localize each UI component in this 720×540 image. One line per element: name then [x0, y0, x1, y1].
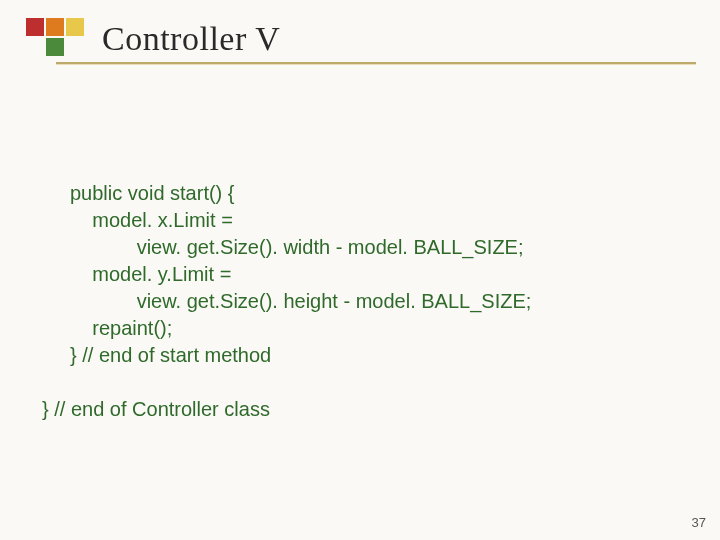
- square-red-icon: [26, 18, 44, 36]
- code-line: view. get.Size(). height - model. BALL_S…: [70, 290, 531, 312]
- code-block: public void start() { model. x.Limit = v…: [70, 180, 670, 423]
- code-line: } // end of Controller class: [42, 396, 270, 423]
- title-block: Controller V: [18, 18, 280, 62]
- code-line: model. x.Limit =: [70, 209, 233, 231]
- square-green-icon: [46, 38, 64, 56]
- square-yellow-icon: [66, 18, 84, 36]
- code-line: model. y.Limit =: [70, 263, 231, 285]
- title-underline: [56, 62, 696, 64]
- code-line: repaint();: [70, 317, 172, 339]
- code-line: view. get.Size(). width - model. BALL_SI…: [70, 236, 524, 258]
- bullet-graphic: [18, 18, 90, 62]
- code-line: } // end of start method: [70, 344, 271, 366]
- page-title: Controller V: [102, 20, 280, 58]
- code-line: public void start() {: [70, 182, 235, 204]
- square-orange-icon: [46, 18, 64, 36]
- page-number: 37: [692, 515, 706, 530]
